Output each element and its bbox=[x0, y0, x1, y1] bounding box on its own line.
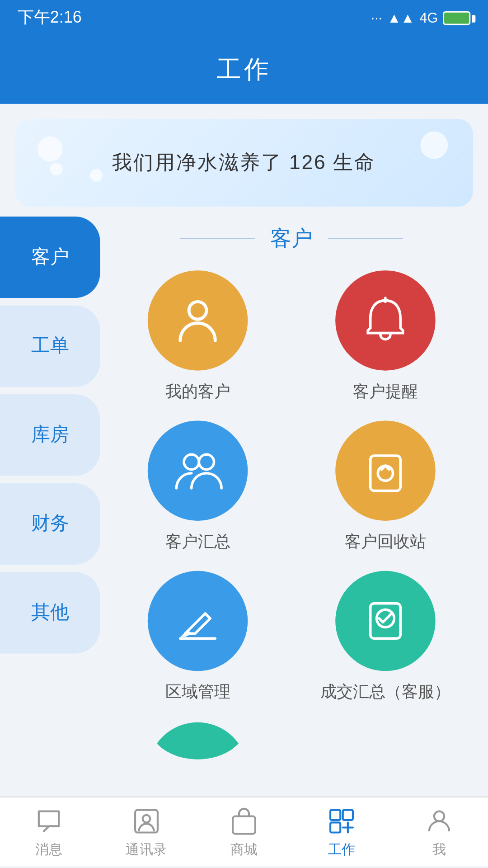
status-bar: 下午2:16 ··· ▲▲ 4G bbox=[0, 0, 488, 35]
svg-point-5 bbox=[378, 466, 393, 481]
bubble-3 bbox=[420, 132, 448, 159]
nav-label-work: 工作 bbox=[328, 840, 356, 859]
area-management-icon-circle bbox=[148, 571, 248, 672]
sidebar-label-warehouse: 库房 bbox=[31, 423, 69, 447]
svg-point-10 bbox=[143, 814, 150, 822]
nav-label-mall: 商城 bbox=[230, 840, 258, 859]
nav-item-mall[interactable]: 商城 bbox=[195, 797, 293, 866]
nav-item-message[interactable]: 消息 bbox=[0, 797, 98, 866]
customer-reminder-label: 客户提醒 bbox=[353, 381, 418, 403]
svg-point-15 bbox=[434, 811, 444, 821]
me-icon bbox=[424, 806, 454, 835]
grid-item-deal-summary[interactable]: 成交汇总（客服） bbox=[298, 571, 473, 704]
nav-item-work[interactable]: 工作 bbox=[293, 797, 390, 866]
mall-icon bbox=[229, 806, 259, 835]
page-title: 工作 bbox=[216, 55, 272, 83]
banner: 我们用净水滋养了 126 生命 bbox=[15, 119, 473, 207]
title-line-left bbox=[180, 237, 255, 239]
deal-summary-label: 成交汇总（客服） bbox=[320, 682, 450, 704]
icon-grid: 我的客户 客户提醒 bbox=[110, 270, 473, 704]
bottom-nav: 消息 通讯录 商城 工作 bbox=[0, 796, 488, 866]
sidebar-label-customer: 客户 bbox=[31, 245, 69, 269]
page-header: 工作 bbox=[0, 35, 488, 104]
customer-summary-label: 客户汇总 bbox=[165, 531, 230, 554]
work-icon bbox=[327, 806, 357, 835]
customer-summary-icon-circle bbox=[148, 421, 248, 521]
grid-item-my-customer[interactable]: 我的客户 bbox=[110, 270, 286, 403]
person-icon bbox=[170, 293, 225, 348]
my-customer-icon-circle bbox=[148, 270, 248, 371]
sidebar: 客户 工单 库房 财务 其他 bbox=[0, 217, 100, 778]
nav-item-contacts[interactable]: 通讯录 bbox=[98, 797, 195, 866]
nav-label-contacts: 通讯录 bbox=[126, 840, 167, 859]
svg-rect-4 bbox=[371, 456, 400, 491]
recycle-icon bbox=[358, 443, 413, 499]
edit-icon bbox=[170, 594, 225, 649]
title-line-right bbox=[328, 237, 403, 239]
banner-text: 我们用净水滋养了 126 生命 bbox=[112, 150, 375, 176]
sidebar-label-other: 其他 bbox=[31, 601, 69, 625]
network-type: 4G bbox=[420, 10, 438, 25]
chat-icon bbox=[34, 806, 64, 835]
sidebar-item-customer[interactable]: 客户 bbox=[0, 217, 100, 298]
grid-item-area-management[interactable]: 区域管理 bbox=[110, 571, 286, 704]
customer-reminder-icon-circle bbox=[335, 270, 436, 371]
bubble-4 bbox=[90, 169, 103, 182]
sidebar-label-finance: 财务 bbox=[31, 512, 69, 536]
grid-item-customer-reminder[interactable]: 客户提醒 bbox=[298, 270, 473, 403]
status-right: ··· ▲▲ 4G bbox=[371, 10, 471, 25]
bubble-2 bbox=[50, 163, 63, 175]
area-management-label: 区域管理 bbox=[165, 682, 230, 704]
svg-rect-13 bbox=[343, 809, 353, 819]
svg-point-3 bbox=[199, 455, 214, 470]
status-dots: ··· bbox=[371, 10, 382, 25]
grid-item-customer-summary[interactable]: 客户汇总 bbox=[110, 421, 286, 554]
grid-item-customer-recycle[interactable]: 客户回收站 bbox=[298, 421, 473, 554]
svg-rect-12 bbox=[330, 809, 340, 819]
sidebar-item-warehouse[interactable]: 库房 bbox=[0, 394, 100, 476]
grid-area: 客户 我的客户 bbox=[100, 217, 488, 778]
sidebar-item-finance[interactable]: 财务 bbox=[0, 483, 100, 565]
nav-item-me[interactable]: 我 bbox=[390, 797, 488, 866]
svg-point-0 bbox=[189, 302, 206, 319]
customer-recycle-label: 客户回收站 bbox=[345, 531, 426, 554]
people-icon bbox=[170, 443, 225, 499]
main-content: 客户 工单 库房 财务 其他 客户 bbox=[0, 217, 488, 778]
bell-icon bbox=[358, 293, 413, 348]
nav-label-message: 消息 bbox=[35, 840, 63, 859]
nav-label-me: 我 bbox=[432, 840, 446, 859]
sidebar-label-workorder: 工单 bbox=[31, 334, 69, 358]
my-customer-label: 我的客户 bbox=[165, 381, 230, 403]
battery-icon bbox=[443, 11, 470, 24]
status-time: 下午2:16 bbox=[18, 6, 82, 29]
svg-rect-14 bbox=[330, 822, 340, 832]
partial-item-1 bbox=[110, 722, 286, 778]
sidebar-item-other[interactable]: 其他 bbox=[0, 572, 100, 654]
section-title-bar: 客户 bbox=[110, 224, 473, 253]
svg-point-2 bbox=[184, 455, 199, 470]
contacts-icon bbox=[131, 806, 161, 835]
section-title: 客户 bbox=[270, 224, 313, 253]
bubble-1 bbox=[38, 137, 62, 161]
signal-icon: ▲▲ bbox=[387, 10, 414, 25]
deal-icon bbox=[358, 594, 413, 649]
svg-rect-11 bbox=[233, 816, 255, 833]
partial-row bbox=[110, 722, 473, 778]
partial-circle-1 bbox=[148, 722, 248, 778]
sidebar-item-workorder[interactable]: 工单 bbox=[0, 306, 100, 387]
partial-item-2 bbox=[298, 722, 473, 778]
deal-summary-icon-circle bbox=[335, 571, 436, 672]
customer-recycle-icon-circle bbox=[335, 421, 436, 521]
